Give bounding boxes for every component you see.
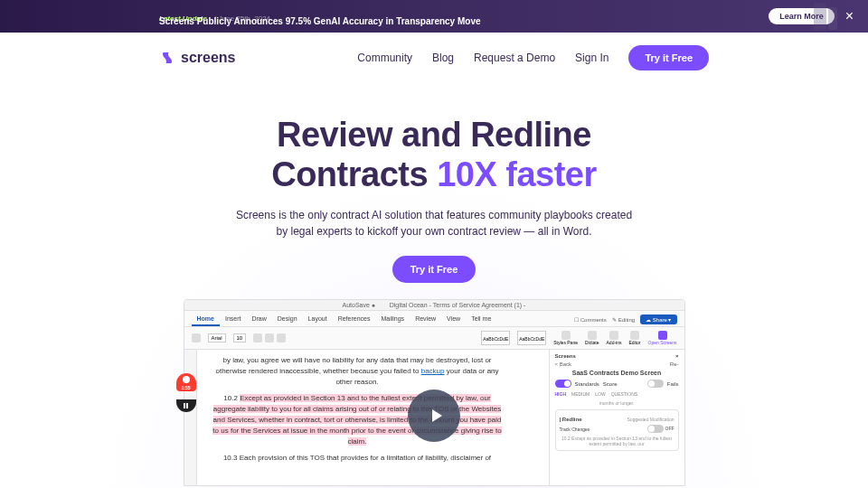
addins-icon[interactable] [609, 331, 618, 340]
try-free-button[interactable]: Try it Free [628, 45, 709, 70]
editor-icon[interactable] [630, 331, 639, 340]
sidepanel-title: SaaS Contracts Demo Screen [555, 370, 679, 376]
logo-text: screens [181, 50, 236, 66]
word-ribbon: Arial 10 AaBbCcDdE AaBbCcDdE Styles Pane… [184, 327, 684, 350]
sidepanel-close-icon[interactable]: × [675, 353, 679, 359]
priority-tabs: HIGH MEDIUM LOW QUESTIONS [555, 391, 679, 397]
svg-rect-0 [814, 3, 826, 30]
editing-button[interactable]: ✎ Editing [612, 316, 635, 323]
word-titlebar: AutoSave ● Digital Ocean - Terms of Serv… [184, 300, 684, 311]
dictate-icon[interactable] [588, 331, 597, 340]
tab-high[interactable]: HIGH [555, 391, 567, 397]
document-content[interactable]: by law, you agree we will have no liabil… [197, 350, 549, 485]
logo[interactable]: screens [159, 50, 236, 66]
hero-title: Review and Redline Contracts 10X faster [18, 116, 850, 194]
standards-toggle[interactable] [555, 380, 571, 388]
comments-button[interactable]: ☐ Comments [574, 316, 607, 323]
record-icon [183, 376, 190, 383]
underline-icon[interactable] [277, 333, 286, 343]
demo-video: 1:55 AutoSave ● Digital Ocean - Terms of… [184, 299, 685, 486]
share-button[interactable]: ☁ Share ▾ [640, 314, 676, 324]
style-normal[interactable]: AaBbCcDdE [481, 331, 510, 345]
redline-card[interactable]: | Redline Suggested Modification Track C… [555, 409, 679, 451]
tab-references[interactable]: References [333, 313, 376, 326]
banner-headline: Screens Publicly Announces 97.5% GenAI A… [159, 16, 481, 26]
reload-button[interactable]: Re- [670, 361, 679, 367]
hero-section: Review and Redline Contracts 10X faster … [0, 83, 868, 488]
banner-decoration [769, 0, 841, 33]
tab-medium[interactable]: MEDIUM [571, 391, 590, 397]
tab-tellme[interactable]: Tell me [466, 313, 496, 326]
style-nospacing[interactable]: AaBbCcDdE [517, 331, 546, 345]
screens-sidepanel: Screens × < Back Re- SaaS Contracts Demo… [549, 350, 684, 485]
announcement-banner: Latest Update | June 25th, 2024 Screens … [0, 0, 868, 33]
fails-toggle[interactable] [647, 380, 664, 388]
nav-sign-in[interactable]: Sign In [575, 52, 609, 64]
hero-cta-button[interactable]: Try it Free [392, 256, 476, 283]
logo-icon [159, 50, 175, 66]
font-size-selector[interactable]: 10 [233, 333, 247, 343]
tab-view[interactable]: View [441, 313, 466, 326]
tab-questions[interactable]: QUESTIONS [611, 391, 637, 397]
tab-insert[interactable]: Insert [220, 313, 247, 326]
italic-icon[interactable] [265, 333, 274, 343]
bold-icon[interactable] [253, 333, 262, 343]
tab-mailings[interactable]: Mailings [375, 313, 410, 326]
font-selector[interactable]: Arial [208, 333, 226, 343]
backup-link[interactable]: backup [421, 367, 445, 375]
open-screens-icon[interactable] [658, 331, 667, 340]
tab-low[interactable]: LOW [595, 391, 605, 397]
play-icon [425, 405, 447, 427]
word-ribbon-tabs: Home Insert Draw Design Layout Reference… [184, 311, 684, 327]
main-nav: Community Blog Request a Demo Sign In Tr… [357, 45, 709, 70]
back-button[interactable]: < Back [555, 361, 572, 367]
paste-icon[interactable] [192, 333, 201, 343]
hero-subtitle: Screens is the only contract AI solution… [235, 207, 633, 239]
site-header: screens Community Blog Request a Demo Si… [0, 33, 868, 83]
tab-review[interactable]: Review [410, 313, 441, 326]
tab-design[interactable]: Design [272, 313, 303, 326]
sidepanel-brand: Screens [555, 353, 576, 359]
tab-draw[interactable]: Draw [246, 313, 271, 326]
nav-request-demo[interactable]: Request a Demo [474, 52, 555, 64]
tab-layout[interactable]: Layout [303, 313, 333, 326]
recording-time: 1:55 [181, 385, 190, 390]
tab-home[interactable]: Home [192, 313, 220, 326]
track-changes-toggle[interactable] [647, 425, 664, 433]
play-button[interactable] [408, 389, 460, 442]
ruler [184, 350, 197, 485]
nav-community[interactable]: Community [357, 52, 412, 64]
pause-icon [184, 403, 189, 408]
svg-rect-1 [828, 7, 837, 30]
nav-blog[interactable]: Blog [432, 52, 454, 64]
close-icon[interactable]: × [845, 8, 854, 24]
recording-badge: 1:55 [176, 373, 196, 391]
styles-pane-icon[interactable] [561, 331, 571, 340]
